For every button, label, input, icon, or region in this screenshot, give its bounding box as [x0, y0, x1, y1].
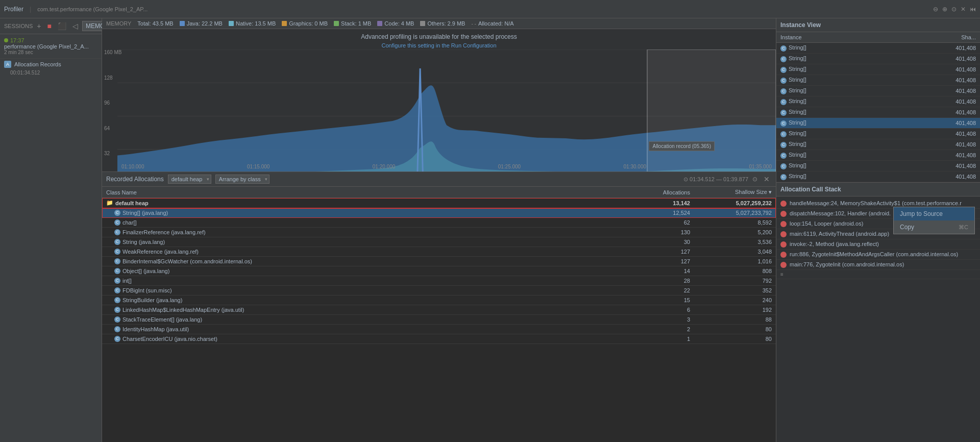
class-name-cell: CLinkedHashMap$LinkedHashMapEntry (java.…: [102, 305, 633, 315]
instance-row[interactable]: CString[]401,408: [776, 107, 980, 118]
allocations-cell: 13,142: [633, 198, 694, 208]
restore-icon[interactable]: ⊙: [951, 6, 957, 13]
back-button[interactable]: ◁: [70, 21, 80, 31]
close-range-button[interactable]: ✕: [762, 174, 772, 184]
instance-row[interactable]: CString[]401,408: [776, 161, 980, 171]
snapshot-button[interactable]: ⬛: [56, 21, 68, 31]
jump-to-source-label: Jump to Source: [900, 210, 943, 217]
chart-area: Advanced profiling is unavailable for th…: [102, 29, 776, 172]
shallow-col: Sha...: [888, 32, 980, 43]
main-layout: SESSIONS + ■ ⬛ ◁ MEMORY ▾ 🗑 ↑ Record 17:…: [0, 18, 980, 442]
alloc-table-wrap[interactable]: Class Name Allocations Shallow Size ▾ 📁d…: [102, 187, 776, 442]
instance-value-cell: 401,408: [888, 150, 980, 161]
shallow-size-cell: 5,027,259,232: [694, 198, 776, 208]
table-row[interactable]: CLinkedHashMap$LinkedHashMapEntry (java.…: [102, 305, 776, 315]
table-row[interactable]: CObject[] (java.lang)14808: [102, 266, 776, 276]
table-row[interactable]: CIdentityHashMap (java.util)280: [102, 325, 776, 334]
close-icon[interactable]: ✕: [961, 6, 966, 13]
instance-value-cell: 401,408: [888, 86, 980, 96]
call-stack-item[interactable]: ≡: [776, 270, 980, 279]
shallow-size-cell: 240: [694, 296, 776, 305]
call-stack-item[interactable]: invoke:-2, Method (java.lang.reflect): [776, 239, 980, 250]
heap-select[interactable]: default heap: [168, 175, 211, 184]
class-name-cell: 📁default heap: [102, 198, 633, 208]
instance-value-cell: 401,408: [888, 139, 980, 150]
class-name-cell: CBinderInternal$GcWatcher (com.android.i…: [102, 257, 633, 266]
table-row[interactable]: CString[] (java.lang)12,5245,027,233,792: [102, 208, 776, 218]
prev-icon[interactable]: ⏮: [970, 6, 976, 13]
allocations-cell: 15: [633, 296, 694, 305]
instance-value-cell: 401,408: [888, 75, 980, 86]
center-content: MEMORY Total: 43.5 MB Java: 22.2 MB Nati…: [102, 18, 776, 442]
table-row[interactable]: CBinderInternal$GcWatcher (com.android.i…: [102, 257, 776, 266]
class-name-cell: CObject[] (java.lang): [102, 266, 633, 276]
heap-select-wrap: default heap: [168, 175, 211, 184]
instance-row[interactable]: CString[]401,408: [776, 64, 980, 75]
table-row[interactable]: CCharsetEncoderICU (java.nio.charset)180: [102, 334, 776, 344]
maximize-icon[interactable]: ⊕: [942, 6, 947, 13]
session-item[interactable]: 17:37 performance (Google Pixel_2_A... 2…: [0, 34, 102, 59]
alloc-record-item[interactable]: A Allocation Records: [0, 59, 102, 70]
table-row[interactable]: CWeakReference (java.lang.ref)1273,048: [102, 247, 776, 257]
code-mem: Code: 4 MB: [377, 20, 414, 27]
table-row[interactable]: CString (java.lang)303,536: [102, 237, 776, 247]
shallow-size-cell: 3,536: [694, 237, 776, 247]
session-duration: 2 min 28 sec: [4, 50, 97, 55]
allocations-col: Allocations: [633, 187, 694, 198]
instance-value-cell: 401,408: [888, 107, 980, 118]
table-row[interactable]: 📁default heap13,1425,027,259,232: [102, 198, 776, 208]
instance-row[interactable]: CString[]401,408: [776, 86, 980, 96]
table-row[interactable]: Cint[]28792: [102, 276, 776, 286]
instance-name-cell: CString[]: [776, 150, 888, 161]
allocations-cell: 127: [633, 257, 694, 266]
call-stack-content[interactable]: handleMessage:24, MemoryShakeActivity$1 …: [776, 197, 980, 442]
instance-row[interactable]: CString[]401,408: [776, 118, 980, 129]
jump-popup: Jump to Source Copy ⌘C: [893, 207, 975, 234]
minimize-icon[interactable]: ⊖: [933, 6, 938, 13]
arrange-select[interactable]: Arrange by class: [215, 175, 270, 184]
instance-row[interactable]: CString[]401,408: [776, 43, 980, 54]
table-row[interactable]: CStackTraceElement[] (java.lang)388: [102, 315, 776, 325]
class-name-col: Class Name: [102, 187, 633, 198]
run-config-link[interactable]: Run Configuration: [451, 42, 497, 48]
shallow-size-cell: 1,016: [694, 257, 776, 266]
instance-value-cell: 401,408: [888, 43, 980, 54]
java-mem: Java: 22.2 MB: [180, 20, 223, 27]
instance-row[interactable]: CString[]401,408: [776, 54, 980, 64]
add-session-button[interactable]: +: [35, 21, 43, 31]
session-time: 17:37: [4, 37, 97, 43]
range-info-button[interactable]: ⊙: [750, 175, 760, 184]
copy-shortcut: ⌘C: [959, 224, 968, 231]
table-row[interactable]: CFinalizerReference (java.lang.ref)1305,…: [102, 228, 776, 237]
allocation-tooltip: Allocation record (05.365): [649, 141, 715, 151]
table-row[interactable]: Cchar[]628,592: [102, 218, 776, 228]
right-panel: Instance View Instance Sha... CString[]4…: [776, 18, 980, 442]
instance-row[interactable]: CString[]401,408: [776, 75, 980, 86]
thread-icon: ≡: [780, 272, 783, 277]
instance-row[interactable]: CString[]401,408: [776, 150, 980, 161]
instance-name-cell: CString[]: [776, 107, 888, 118]
allocations-cell: 130: [633, 228, 694, 237]
instance-row[interactable]: CString[]401,408: [776, 139, 980, 150]
table-row[interactable]: CStringBuilder (java.lang)15240: [102, 296, 776, 305]
alloc-panel: Recorded Allocations default heap Arrang…: [102, 172, 776, 442]
instance-name-cell: CString[]: [776, 54, 888, 64]
chart-subtitle: Configure this setting in the Run Config…: [381, 42, 496, 48]
table-row[interactable]: CFDBigInt (sun.misc)22352: [102, 286, 776, 296]
native-mem: Native: 13.5 MB: [229, 20, 276, 27]
shallow-size-cell: 792: [694, 276, 776, 286]
stop-button[interactable]: ■: [45, 21, 53, 31]
instance-row[interactable]: CString[]401,408: [776, 129, 980, 139]
call-stack-item[interactable]: main:776, ZygoteInit (com.android.intern…: [776, 260, 980, 270]
call-method-icon: [780, 252, 787, 258]
class-name-cell: CWeakReference (java.lang.ref): [102, 247, 633, 257]
copy-item[interactable]: Copy ⌘C: [894, 220, 974, 234]
shallow-size-cell: 88: [694, 315, 776, 325]
instance-row[interactable]: CString[]401,408: [776, 96, 980, 107]
jump-to-source-item[interactable]: Jump to Source: [894, 207, 974, 220]
process-label: com.test.performance (Google Pixel_2_AP.…: [37, 6, 148, 12]
call-method-icon: [780, 262, 787, 268]
call-stack-item[interactable]: run:886, ZygoteInit$MethodAndArgsCaller …: [776, 250, 980, 260]
instance-row[interactable]: CString[]401,408: [776, 171, 980, 182]
class-name-cell: CFinalizerReference (java.lang.ref): [102, 228, 633, 237]
